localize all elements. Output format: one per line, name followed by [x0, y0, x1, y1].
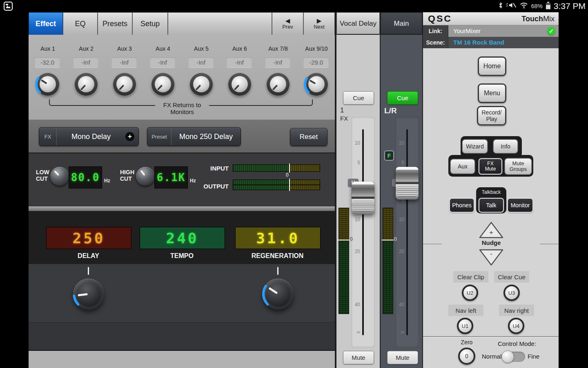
- main-cue-button[interactable]: Cue: [387, 91, 418, 105]
- main-channel-strip: Main Cue L/R F 10 5 U 5 10 20 40 ∞ 0 Mut…: [380, 12, 423, 368]
- phones-button[interactable]: Phones: [449, 198, 474, 213]
- aux-button[interactable]: Aux: [450, 159, 475, 174]
- tab-setup[interactable]: Setup: [132, 12, 168, 35]
- record-play-button[interactable]: Record/Play: [477, 106, 506, 126]
- fx-preset-button[interactable]: Preset Mono 250 Delay: [147, 127, 241, 146]
- tab-eq-label: EQ: [75, 20, 85, 28]
- reset-button[interactable]: Reset: [290, 128, 327, 146]
- fader-track[interactable]: 10 5 U 5 10 20 40 ∞: [351, 117, 375, 348]
- next-button[interactable]: ▶ Next: [303, 12, 335, 35]
- strip-title-tab[interactable]: Vocal Delay: [336, 12, 380, 35]
- tab-effect[interactable]: Effect: [29, 12, 63, 35]
- fader-track[interactable]: 10 5 U 5 10 20 40 ∞: [395, 117, 419, 348]
- info-button[interactable]: Info: [493, 139, 518, 153]
- meter-zero-tick: [338, 240, 350, 240]
- knob-tick: [88, 267, 89, 275]
- tab-eq[interactable]: EQ: [63, 12, 98, 35]
- fx-add-icon[interactable]: +: [125, 132, 134, 141]
- fader-bank-flag[interactable]: F: [384, 150, 394, 161]
- zero-button[interactable]: 0: [458, 348, 475, 365]
- aux-send-value[interactable]: -Inf: [188, 57, 214, 67]
- fx-returns-caption: FX Returns to Monitors: [155, 101, 209, 115]
- fx-cue-button[interactable]: Cue: [343, 91, 374, 105]
- talkback-label: Talkback: [476, 189, 506, 195]
- nudge-up-button[interactable]: +: [479, 221, 504, 239]
- fader-slot: [406, 129, 408, 335]
- user-button-u3[interactable]: U3: [503, 285, 520, 301]
- remote-control-panel: QSC TouchMix Link: YourMixer ✓ Scene: TM…: [423, 12, 559, 368]
- preset-name: Mono 250 Delay: [172, 132, 241, 141]
- wizard-button[interactable]: Wizard: [462, 139, 488, 153]
- home-button[interactable]: Home: [478, 56, 506, 76]
- user-button-u2[interactable]: U2: [462, 285, 478, 301]
- input-meter: [233, 164, 320, 172]
- bluetooth-icon: [498, 2, 503, 11]
- android-status-bar: 68% 3:37 PM: [0, 0, 588, 12]
- aux-send-label: Aux 1: [29, 45, 67, 52]
- effect-tab-bar: Effect EQ Presets Setup ◀ Prev ▶ Next: [29, 12, 335, 35]
- aux-send-3: Aux 3 -Inf: [105, 35, 144, 119]
- nudge-down-button[interactable]: -: [479, 249, 504, 267]
- fader-handle[interactable]: [352, 182, 374, 214]
- tempo-display[interactable]: 240: [140, 227, 225, 249]
- aux-send-value[interactable]: -32.0: [35, 57, 60, 67]
- fx-return-channel-strip: Vocal Delay Cue 1 FX 10 5 U 5 10 20 40 ∞…: [336, 12, 380, 368]
- aux-send-value[interactable]: -Inf: [111, 57, 137, 67]
- aux-send-knob[interactable]: [113, 73, 136, 96]
- low-cut-display[interactable]: 80.0: [69, 166, 102, 188]
- menu-button[interactable]: Menu: [478, 83, 506, 103]
- scene-label: Scene:: [423, 37, 448, 48]
- aux-send-knob[interactable]: [75, 73, 98, 96]
- main-level-meter: [383, 208, 393, 314]
- high-cut-display[interactable]: 6.1K: [154, 166, 188, 188]
- user-button-u1[interactable]: U1: [457, 318, 473, 334]
- main-tab[interactable]: Main: [381, 12, 422, 35]
- fader-handle[interactable]: [396, 167, 419, 200]
- aux-send-knob[interactable]: [228, 73, 251, 96]
- link-row[interactable]: Link: YourMixer ✓: [423, 25, 559, 37]
- high-cut-label: HIGH CUT: [120, 169, 134, 182]
- knob-face: [232, 76, 248, 92]
- aux-send-value[interactable]: -Inf: [73, 57, 98, 67]
- aux-send-knob[interactable]: [151, 73, 174, 96]
- link-value[interactable]: YourMixer: [453, 27, 481, 34]
- prev-button[interactable]: ◀ Prev: [272, 12, 303, 35]
- fader-scale-mark: 40: [351, 302, 360, 307]
- fx-type-button[interactable]: FX Mono Delay +: [39, 127, 139, 146]
- tab-presets[interactable]: Presets: [98, 12, 132, 35]
- clear-cue-label: Clear Cue: [494, 271, 529, 283]
- output-meter: [233, 180, 320, 190]
- high-cut-knob[interactable]: [136, 167, 155, 186]
- fx-mute-button[interactable]: Mute: [343, 351, 374, 364]
- aux-send-knob[interactable]: [305, 73, 328, 96]
- screenshot-gallery-icon[interactable]: [3, 1, 13, 13]
- aux-send-knob[interactable]: [36, 73, 59, 96]
- fx-mute-button[interactable]: FXMute: [479, 158, 502, 175]
- monitor-button[interactable]: Monitor: [507, 198, 533, 213]
- low-cut-knob[interactable]: [50, 167, 69, 186]
- prev-arrow-icon: ◀: [285, 18, 290, 24]
- fader-scale-mark: 5: [351, 160, 360, 166]
- regeneration-knob[interactable]: [263, 278, 294, 310]
- scene-value[interactable]: TM 16 Rock Band: [453, 39, 504, 46]
- mute-groups-button[interactable]: MuteGroups: [505, 158, 532, 175]
- tab-setup-label: Setup: [140, 20, 160, 28]
- talk-button[interactable]: Talk: [479, 198, 504, 213]
- fader-scale-mark: 40: [395, 302, 404, 307]
- delay-knob[interactable]: [73, 278, 104, 310]
- aux-send-value[interactable]: -Inf: [227, 57, 252, 67]
- scene-row[interactable]: Scene: TM 16 Rock Band: [423, 37, 559, 48]
- main-mute-button[interactable]: Mute: [387, 351, 418, 364]
- aux-send-value[interactable]: -Inf: [150, 57, 175, 67]
- fader-scale-mark: 5: [395, 160, 404, 166]
- user-button-u4[interactable]: U4: [508, 318, 524, 334]
- aux-send-knob[interactable]: [190, 73, 213, 96]
- aux-send-knob[interactable]: [267, 73, 290, 96]
- wifi-icon: [519, 2, 528, 11]
- delay-display[interactable]: 250: [46, 227, 131, 249]
- toggle-knob[interactable]: [501, 350, 514, 363]
- aux-send-value[interactable]: -Inf: [265, 57, 290, 67]
- control-mode-toggle[interactable]: [503, 352, 525, 362]
- aux-send-value[interactable]: -29.0: [303, 57, 329, 67]
- regeneration-display[interactable]: 31.0: [235, 227, 321, 249]
